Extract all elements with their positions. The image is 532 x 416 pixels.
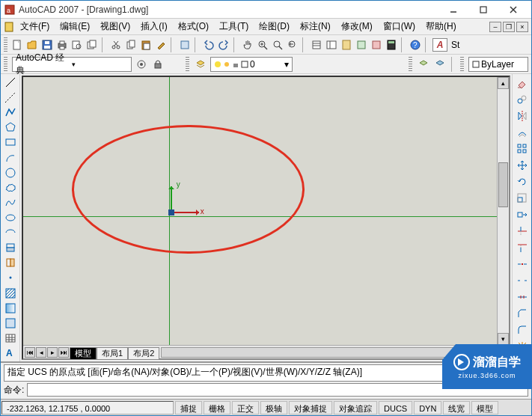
style-label[interactable]: St [449,38,462,52]
tab-first-button[interactable]: ⏮ [25,347,35,358]
offset-icon[interactable] [515,125,530,140]
publish-icon[interactable] [85,38,99,52]
tab-layout2[interactable]: 布局2 [128,347,159,359]
spline-icon[interactable] [3,196,18,209]
osnap-toggle[interactable]: 对象捕捉 [289,401,332,415]
tab-last-button[interactable]: ⏭ [58,347,69,358]
move-icon[interactable] [515,158,530,173]
rectangle-icon[interactable] [3,135,18,149]
extend-icon[interactable] [515,240,530,255]
mtext-icon[interactable]: A [3,346,18,360]
table-icon[interactable] [3,331,18,345]
maximize-button[interactable] [468,1,498,18]
menu-tools[interactable]: 工具(T) [215,19,253,34]
dyn-toggle[interactable]: DYN [414,401,441,415]
toolbar-grip[interactable] [186,57,189,72]
tab-layout1[interactable]: 布局1 [97,347,128,359]
menu-modify[interactable]: 修改(M) [337,19,377,34]
ellipse-icon[interactable] [3,211,18,224]
workspace-lock-icon[interactable] [151,58,165,71]
snap-toggle[interactable]: 捕捉 [175,401,202,415]
menu-edit[interactable]: 编辑(E) [55,19,94,34]
menu-dimension[interactable]: 标注(N) [296,19,335,34]
chamfer-icon[interactable] [515,306,530,321]
line-icon[interactable] [3,76,18,89]
workspace-settings-icon[interactable] [135,58,148,71]
trim-icon[interactable] [515,224,530,239]
workspace-dropdown[interactable]: AutoCAD 经典 ▾ [12,57,132,72]
region-icon[interactable] [3,316,18,330]
toolbar-grip[interactable] [460,57,464,72]
revision-cloud-icon[interactable] [3,181,18,195]
close-button[interactable] [498,1,528,18]
ducs-toggle[interactable]: DUCS [379,401,412,415]
print-icon[interactable] [55,38,69,52]
copy-icon[interactable] [124,38,138,52]
match-properties-icon[interactable] [154,38,168,52]
menu-insert[interactable]: 插入(I) [136,19,171,34]
polyline-icon[interactable] [3,105,18,119]
properties-icon[interactable] [310,38,323,52]
hatch-icon[interactable] [3,287,18,300]
doc-minimize-button[interactable]: – [489,22,501,32]
insert-block-icon[interactable] [3,241,18,254]
tool-palettes-icon[interactable] [340,38,353,52]
ortho-toggle[interactable]: 正交 [232,401,259,415]
menu-file[interactable]: 文件(F) [16,19,54,34]
cut-icon[interactable] [109,38,123,52]
tab-prev-button[interactable]: ◂ [36,347,46,358]
markup-icon[interactable] [370,38,383,52]
tab-next-button[interactable]: ▸ [47,347,58,358]
gradient-icon[interactable] [3,302,18,315]
lwt-toggle[interactable]: 线宽 [443,401,470,415]
plot-preview-icon[interactable] [70,38,84,52]
doc-restore-button[interactable]: ❐ [503,22,515,32]
scroll-down-button[interactable]: ▾ [498,333,509,345]
layer-properties-icon[interactable] [194,58,207,71]
scale-icon[interactable] [515,191,530,206]
text-style-a-icon[interactable]: A [432,38,447,52]
layer-dropdown[interactable]: 0 ▾ [210,57,293,72]
grid-toggle[interactable]: 栅格 [204,401,230,415]
coordinates-display[interactable]: -232.1263, 12.1755 , 0.0000 [1,401,174,415]
save-icon[interactable] [40,38,54,52]
open-file-icon[interactable] [25,38,39,52]
minimize-button[interactable] [438,1,468,18]
paste-icon[interactable] [139,38,153,52]
zoom-window-icon[interactable] [271,38,284,52]
menu-format[interactable]: 格式(O) [174,19,213,34]
doc-close-button[interactable]: × [516,22,528,32]
break-icon[interactable] [515,273,530,288]
zoom-previous-icon[interactable] [286,38,299,52]
construction-line-icon[interactable] [3,91,18,104]
drawing-canvas[interactable]: x y ▴ ▾ [23,77,509,345]
undo-icon[interactable] [202,38,215,52]
color-bylayer-dropdown[interactable]: ByLayer [468,57,528,72]
otrack-toggle[interactable]: 对象追踪 [334,401,377,415]
toolbar-grip[interactable] [409,57,412,72]
help-icon[interactable]: ? [409,38,422,52]
layer-states-icon[interactable] [433,58,447,71]
pan-icon[interactable] [241,38,254,52]
block-editor-icon[interactable] [178,38,192,52]
toolbar-grip[interactable] [4,57,7,72]
mirror-icon[interactable] [515,108,530,123]
model-toggle[interactable]: 模型 [471,401,498,415]
polygon-icon[interactable] [3,120,18,134]
menu-draw[interactable]: 绘图(D) [254,19,294,34]
join-icon[interactable] [515,290,530,305]
quickcalc-icon[interactable] [385,38,398,52]
redo-icon[interactable] [217,38,230,52]
zoom-realtime-icon[interactable] [256,38,269,52]
make-block-icon[interactable] [3,256,18,269]
arc-icon[interactable] [3,151,18,165]
design-center-icon[interactable] [325,38,338,52]
break-at-point-icon[interactable] [515,257,530,272]
polar-toggle[interactable]: 极轴 [260,401,287,415]
point-icon[interactable] [3,271,18,284]
stretch-icon[interactable] [515,207,530,222]
tab-model[interactable]: 模型 [70,347,97,359]
erase-icon[interactable] [515,76,530,91]
toolbar-grip[interactable] [4,37,7,52]
ellipse-arc-icon[interactable] [3,226,18,239]
